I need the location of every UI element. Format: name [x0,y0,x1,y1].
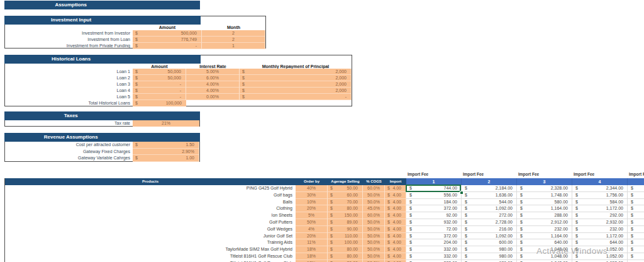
import-fee-value-cell[interactable]: $2,912.00 [517,219,572,226]
import-fee-value-cell[interactable]: $ [628,246,644,253]
product-name-cell[interactable]: PING G425 Golf Hybrid [4,185,296,192]
product-price-cell[interactable]: $100.00 [328,239,363,246]
investment-month-cell[interactable]: 1 [202,43,265,49]
product-name-cell[interactable]: TaylorMade SIM2 Max Golf Hybrid [4,246,296,253]
import-fee-value-cell[interactable]: $1,756.00 [572,192,628,199]
import-fee-value-cell[interactable]: $980.00 [462,253,517,260]
import-fee-value-cell[interactable]: $232.00 [517,226,572,233]
product-order-cell[interactable]: 20% [296,233,328,240]
product-price-cell[interactable]: $80.00 [328,253,363,260]
import-fee-value-cell[interactable]: $ [628,212,644,219]
product-importfee-cell[interactable]: $4.00 [385,233,406,240]
product-name-cell[interactable]: Golf Putters [4,219,296,226]
import-fee-value-cell[interactable]: $72.00 [406,226,462,233]
product-cogs-cell[interactable]: 60.0% [363,212,385,219]
product-name-cell[interactable]: Golf Wedges [4,226,296,233]
product-importfee-cell[interactable]: $4.00 [385,226,406,233]
investment-amount-cell[interactable]: $500,000 [133,30,202,37]
import-fee-value-cell[interactable]: $ [628,226,644,233]
loan-interest-cell[interactable]: 0.00% [186,94,240,100]
import-fee-value-cell[interactable]: $ [628,233,644,240]
investment-month-cell[interactable]: 2 [202,30,265,37]
loan-repayment-cell[interactable]: $2,000 [240,75,352,81]
import-fee-value-cell[interactable]: $216.00 [462,226,517,233]
product-cogs-cell[interactable]: 50.0% [363,239,385,246]
loan-interest-cell[interactable]: 6.00% [186,75,240,81]
product-importfee-cell[interactable]: $4.00 [385,219,406,226]
import-fee-value-cell[interactable]: $ [628,253,644,260]
product-importfee-cell[interactable]: $4.00 [385,205,406,212]
loan-amount-cell[interactable]: $- [133,81,186,88]
import-col-number[interactable]: 4 [572,178,628,185]
product-order-cell[interactable]: 18% [296,246,328,253]
import-fee-value-cell[interactable]: $1,164.00 [517,233,572,240]
import-fee-value-cell[interactable]: $332.00 [406,246,462,253]
product-order-cell[interactable]: 5% [296,212,328,219]
product-price-cell[interactable]: $110.00 [328,233,363,240]
loan-repayment-cell[interactable]: $- [240,94,352,100]
product-order-cell[interactable]: 20% [296,205,328,212]
import-fee-value-cell[interactable]: $1,748.00 [517,192,572,199]
product-cogs-cell[interactable]: 50.0% [363,192,385,199]
loan-amount-cell[interactable]: $50,000 [133,69,186,75]
product-importfee-cell[interactable]: $4.00 [385,239,406,246]
import-fee-value-cell[interactable]: $1,092.00 [462,205,517,212]
product-importfee-cell[interactable]: $4.00 [385,192,406,199]
import-fee-value-cell[interactable]: $ [628,239,644,246]
product-name-cell[interactable]: Clothing [4,205,296,212]
import-fee-value-cell[interactable]: $2,344.00 [572,185,628,192]
import-fee-value-cell[interactable]: $1,172.00 [572,205,628,212]
import-fee-value-cell[interactable]: $2,728.00 [462,219,517,226]
product-order-cell[interactable]: 50% [296,219,328,226]
import-fee-value-cell[interactable]: $372.00 [406,233,462,240]
import-fee-value-cell[interactable]: $600.00 [462,239,517,246]
import-fee-value-cell[interactable]: $92.00 [406,212,462,219]
import-fee-value-cell[interactable]: $556.00 [406,192,462,199]
import-fee-value-cell[interactable]: $ [628,205,644,212]
product-price-cell[interactable]: $70.00 [328,199,363,206]
import-col-number[interactable] [628,178,644,185]
product-importfee-cell[interactable]: $4.00 [385,253,406,260]
investment-amount-cell[interactable]: $- [133,43,202,49]
product-order-cell[interactable]: 40% [296,185,328,192]
loan-repayment-cell[interactable]: $2,000 [240,69,352,75]
loan-amount-cell[interactable]: $- [133,88,186,94]
import-fee-value-cell[interactable]: $ [628,199,644,206]
import-fee-value-cell[interactable]: $932.00 [406,219,462,226]
product-order-cell[interactable]: 11% [296,239,328,246]
product-cogs-cell[interactable]: 50.0% [363,253,385,260]
import-fee-value-cell[interactable]: $184.00 [406,199,462,206]
import-fee-value-cell[interactable]: $544.00 [462,199,517,206]
import-fee-value-cell[interactable]: $272.00 [462,212,517,219]
import-fee-value-cell[interactable]: $ [628,192,644,199]
import-fee-value-cell[interactable]: $980.00 [462,246,517,253]
tax-rate-value-cell[interactable]: 21% [133,120,199,127]
import-fee-value-cell[interactable]: $372.00 [406,205,462,212]
product-name-cell[interactable]: Golf bags [4,192,296,199]
product-name-cell[interactable]: Trainnig Aids [4,239,296,246]
import-fee-value-cell[interactable]: $288.00 [517,212,572,219]
import-fee-value-cell[interactable]: $2,328.00 [517,185,572,192]
import-fee-value-cell[interactable]: $1,636.00 [462,192,517,199]
revenue-value-cell[interactable]: $1.50 [133,142,199,148]
import-fee-value-cell[interactable]: $204.00 [406,239,462,246]
loan-repayment-cell[interactable]: $2,000 [240,88,352,94]
loan-interest-cell[interactable]: 4.00% [186,81,240,88]
product-cogs-cell[interactable]: 45.0% [363,205,385,212]
product-cogs-cell[interactable]: 50.0% [363,233,385,240]
product-name-cell[interactable]: Ion Sheets [4,212,296,219]
import-fee-value-cell[interactable]: $1,164.00 [517,205,572,212]
import-fee-value-cell[interactable]: $580.00 [517,199,572,206]
product-name-cell[interactable]: Balls [4,199,296,206]
product-price-cell[interactable]: $50.00 [328,185,363,192]
import-fee-value-cell[interactable]: $232.00 [572,226,628,233]
product-cogs-cell[interactable]: 50.0% [363,219,385,226]
import-col-number[interactable]: 2 [462,178,517,185]
selection-fill-handle[interactable] [460,191,464,195]
import-fee-value-cell[interactable]: $584.00 [572,199,628,206]
loan-interest-cell[interactable]: 5.00% [186,69,240,75]
import-fee-value-cell[interactable]: $ [628,185,644,192]
product-price-cell[interactable]: $89.00 [328,219,363,226]
import-fee-value-cell[interactable]: $ [628,219,644,226]
investment-amount-cell[interactable]: $776,749 [133,37,202,43]
